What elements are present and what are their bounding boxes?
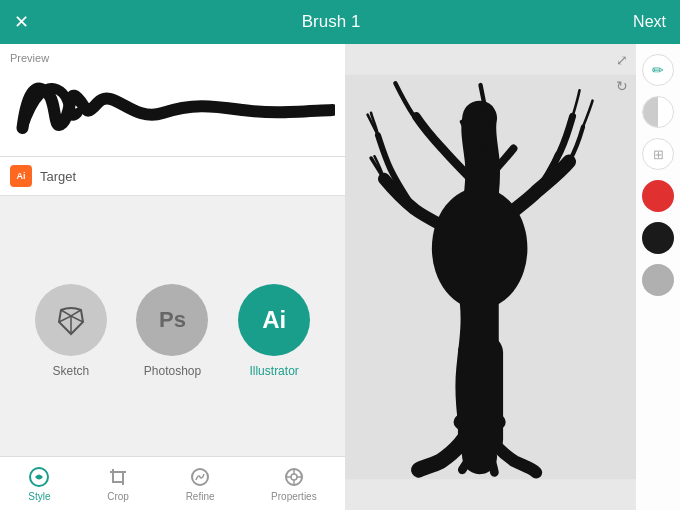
canvas-area[interactable]: ⤢ ↻: [345, 44, 680, 510]
svg-point-8: [291, 474, 297, 480]
ai-badge: Ai: [10, 165, 32, 187]
color-red-button[interactable]: [642, 180, 674, 212]
refine-icon: [189, 466, 211, 488]
properties-label: Properties: [271, 491, 317, 502]
ai-text: Ai: [262, 306, 286, 334]
texture-tool-button[interactable]: ⊞: [642, 138, 674, 170]
crop-icon: [107, 466, 129, 488]
right-panel: ⤢ ↻ ✏ ⊞: [345, 44, 680, 510]
refine-label: Refine: [186, 491, 215, 502]
toolbar-properties[interactable]: Properties: [263, 462, 325, 506]
refresh-icon[interactable]: ↻: [616, 78, 628, 94]
preview-label: Preview: [10, 52, 335, 64]
next-button[interactable]: Next: [633, 13, 666, 31]
left-panel: Preview Ai Target: [0, 44, 345, 510]
toolbar-crop[interactable]: Crop: [99, 462, 137, 506]
preview-canvas: [10, 68, 335, 148]
color-gray-button[interactable]: [642, 264, 674, 296]
target-row: Ai Target: [0, 157, 345, 196]
pencil-tool-button[interactable]: ✏: [642, 54, 674, 86]
ai-icon-circle: Ai: [238, 284, 310, 356]
properties-icon: [283, 466, 305, 488]
right-side-toolbar: ✏ ⊞: [636, 44, 680, 510]
blend-tool-button[interactable]: [642, 96, 674, 128]
style-label: Style: [28, 491, 50, 502]
preview-section: Preview: [0, 44, 345, 157]
ps-icon-circle: Ps: [136, 284, 208, 356]
crop-label: Crop: [107, 491, 129, 502]
toolbar-refine[interactable]: Refine: [178, 462, 223, 506]
app-sketch[interactable]: Sketch: [35, 284, 107, 378]
target-label: Target: [40, 169, 76, 184]
app-photoshop[interactable]: Ps Photoshop: [136, 284, 208, 378]
header: ✕ Brush 1 Next: [0, 0, 680, 44]
app-illustrator[interactable]: Ai Illustrator: [238, 284, 310, 378]
toolbar-style[interactable]: Style: [20, 462, 58, 506]
header-title: Brush 1: [302, 12, 361, 32]
apps-section: Sketch Ps Photoshop Ai Illustrator: [0, 196, 345, 456]
bottom-toolbar: Style Crop Refine: [0, 456, 345, 510]
ai-label: Illustrator: [249, 364, 298, 378]
svg-rect-1: [113, 472, 123, 482]
sketch-label: Sketch: [52, 364, 89, 378]
style-icon: [28, 466, 50, 488]
ps-text: Ps: [159, 307, 186, 333]
ps-label: Photoshop: [144, 364, 201, 378]
color-black-button[interactable]: [642, 222, 674, 254]
sketch-icon-circle: [35, 284, 107, 356]
resize-icon[interactable]: ⤢: [616, 52, 628, 68]
main-content: Preview Ai Target: [0, 44, 680, 510]
close-button[interactable]: ✕: [14, 11, 29, 33]
